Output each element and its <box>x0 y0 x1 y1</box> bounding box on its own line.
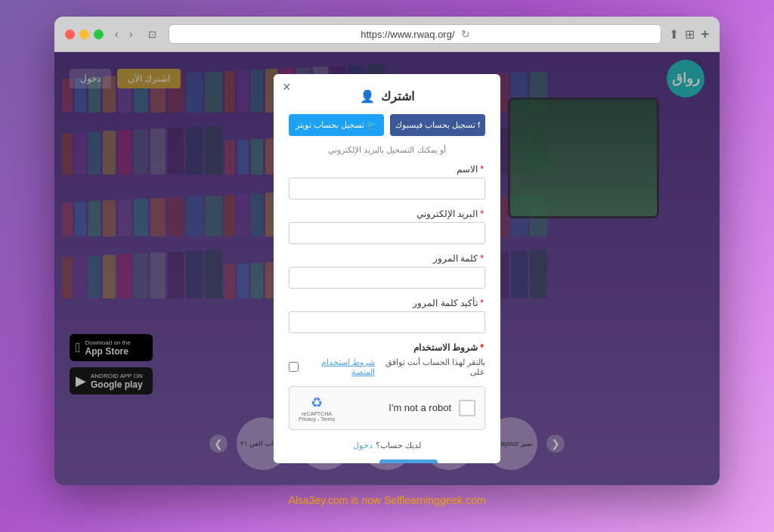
back-button[interactable]: ‹ <box>111 26 122 42</box>
duplicate-button[interactable]: ⊞ <box>685 27 695 42</box>
browser-window: ‹ › ⊡ https://www.rwaq.org/ ↻ ⬆ ⊞ + دخول… <box>54 17 720 485</box>
name-required: * <box>480 164 484 175</box>
password-field-group: * كلمة المرور <box>289 253 485 289</box>
name-label: * الاسم <box>289 164 485 175</box>
fullscreen-button[interactable] <box>94 29 104 39</box>
social-buttons: f تسجيل بحساب فيسبوك 🐦 تسجيل بحساب تويتر <box>289 114 485 136</box>
confirm-required: * <box>480 298 484 308</box>
password-required: * <box>480 253 484 264</box>
signin-link[interactable]: دخول <box>353 441 373 450</box>
browser-content: دخول اشترك الآن رواق  Download on the A… <box>54 52 720 485</box>
twitter-signup-button[interactable]: 🐦 تسجيل بحساب تويتر <box>289 114 384 136</box>
terms-required: * <box>480 342 484 353</box>
password-input[interactable] <box>289 267 485 289</box>
terms-title-text: شروط الاستخدام <box>413 342 478 353</box>
website-background: دخول اشترك الآن رواق  Download on the A… <box>54 52 720 485</box>
browser-actions: ⬆ ⊞ + <box>669 26 709 42</box>
recaptcha-checkbox[interactable] <box>459 400 475 416</box>
traffic-lights <box>65 29 104 39</box>
email-input[interactable] <box>289 222 485 244</box>
email-field-group: * البريد الإلكتروني <box>289 209 485 244</box>
close-button[interactable] <box>65 29 75 39</box>
url-bar[interactable]: https://www.rwaq.org/ ↻ <box>169 24 661 44</box>
terms-row: بالنقر لهذا الحساب أنت توافق على شروط اس… <box>289 357 485 377</box>
divider-text: أو يمكنك التسجيل بالبريد الإلكتروني <box>289 145 485 155</box>
refresh-icon[interactable]: ↻ <box>461 28 470 40</box>
forward-button[interactable]: › <box>125 26 137 42</box>
terms-link[interactable]: شروط استخدام المنصة <box>303 357 375 377</box>
email-required: * <box>480 209 484 219</box>
cancel-modal-button[interactable]: إلغاء <box>337 459 373 464</box>
modal-overlay: × اشترك 👤 f تسجيل بحساب فيسبوك 🐦 تسجيل ب… <box>54 52 720 485</box>
terms-title: * شروط الاستخدام <box>289 342 485 353</box>
password-label: * كلمة المرور <box>289 253 485 264</box>
modal-title-text: اشترك <box>381 89 414 104</box>
recaptcha-left: I'm not a robot <box>389 400 475 416</box>
terms-checkbox[interactable] <box>289 362 299 372</box>
modal-actions: اشترك إلغاء <box>289 459 485 464</box>
recaptcha-sub: Privacy - Terms <box>299 416 335 422</box>
confirm-input[interactable] <box>289 311 485 333</box>
email-label: * البريد الإلكتروني <box>289 209 485 219</box>
name-field-group: * الاسم <box>289 164 485 200</box>
name-input[interactable] <box>289 178 485 200</box>
signup-modal: × اشترك 👤 f تسجيل بحساب فيسبوك 🐦 تسجيل ب… <box>274 74 500 464</box>
recaptcha-text: I'm not a robot <box>389 402 451 413</box>
user-icon: 👤 <box>360 89 375 104</box>
url-text: https://www.rwaq.org/ <box>361 29 454 40</box>
terms-text: بالنقر لهذا الحساب أنت توافق على <box>379 357 485 377</box>
nav-buttons: ‹ › <box>111 26 136 42</box>
password-label-text: كلمة المرور <box>433 253 478 264</box>
share-button[interactable]: ⬆ <box>669 27 679 42</box>
already-account: لديك حساب؟ دخول <box>289 441 485 450</box>
add-tab-button[interactable]: + <box>701 26 709 42</box>
recaptcha-box[interactable]: I'm not a robot ♻ reCAPTCHA Privacy - Te… <box>289 386 485 430</box>
bottom-bar: Alsa3ey.com is now Selflearninggeek.com <box>279 485 494 515</box>
confirm-field-group: * تأكيد كلمة المرور <box>289 298 485 333</box>
facebook-signup-button[interactable]: f تسجيل بحساب فيسبوك <box>390 114 485 136</box>
tab-view-button[interactable]: ⊡ <box>144 27 161 42</box>
email-label-text: البريد الإلكتروني <box>416 209 478 219</box>
modal-close-button[interactable]: × <box>283 80 291 94</box>
minimize-button[interactable] <box>79 29 89 39</box>
recaptcha-logo: ♻ reCAPTCHA Privacy - Terms <box>299 394 335 422</box>
browser-chrome: ‹ › ⊡ https://www.rwaq.org/ ↻ ⬆ ⊞ + <box>54 17 720 52</box>
confirm-label: * تأكيد كلمة المرور <box>289 298 485 308</box>
terms-section: * شروط الاستخدام بالنقر لهذا الحساب أنت … <box>289 342 485 377</box>
subscribe-button[interactable]: اشترك <box>379 459 438 464</box>
recaptcha-icon: ♻ <box>311 394 323 411</box>
bottom-bar-text: Alsa3ey.com is now Selflearninggeek.com <box>288 494 485 506</box>
modal-title: اشترك 👤 <box>289 89 485 104</box>
confirm-label-text: تأكيد كلمة المرور <box>413 298 478 308</box>
already-account-text: لديك حساب؟ <box>376 441 421 450</box>
recaptcha-brand: reCAPTCHA <box>302 411 332 416</box>
name-label-text: الاسم <box>457 164 478 175</box>
